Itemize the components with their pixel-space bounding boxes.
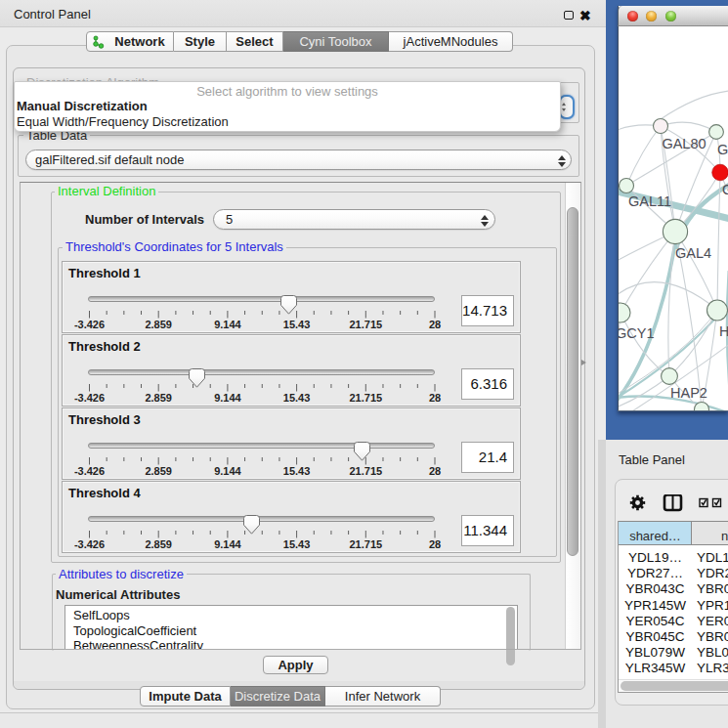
svg-text:HIS: HIS (719, 323, 728, 339)
svg-text:GCY1: GCY1 (619, 325, 655, 341)
svg-text:GAL11: GAL11 (628, 193, 671, 209)
svg-text:HAP2: HAP2 (670, 385, 707, 401)
svg-text:GA: GA (722, 182, 728, 197)
svg-text:GAL4: GAL4 (675, 245, 711, 261)
svg-text:GA: GA (717, 142, 728, 157)
svg-text:GAL80: GAL80 (662, 136, 706, 151)
